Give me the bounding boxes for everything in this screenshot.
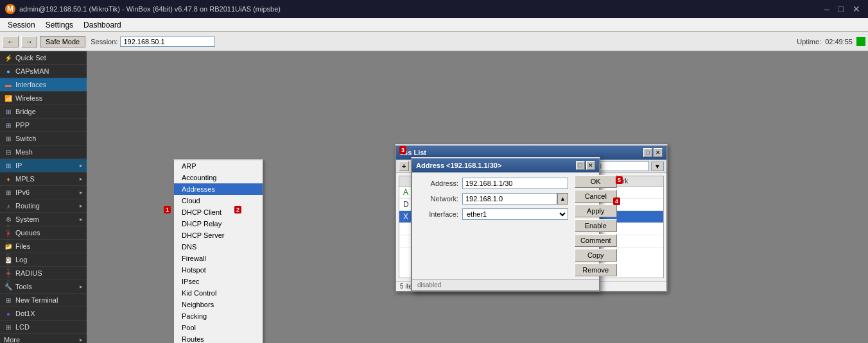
submenu-dhcp-client[interactable]: DHCP Client	[174, 206, 263, 218]
sidebar-item-ipv6[interactable]: ⊞ IPv6 ▸	[0, 186, 87, 199]
queues-icon: ●	[4, 228, 13, 237]
dialog-close-button[interactable]: ✕	[586, 161, 595, 170]
network-input[interactable]	[462, 193, 557, 205]
log-icon: 📋	[4, 255, 13, 264]
sidebar-item-system[interactable]: ⚙ System ▸	[0, 213, 87, 226]
address-input[interactable]	[462, 178, 568, 189]
sidebar-item-routing[interactable]: ♪ Routing ▸	[0, 199, 87, 213]
sidebar-item-new-terminal[interactable]: ⊞ New Terminal	[0, 294, 87, 307]
quick-set-icon: ⚡	[4, 53, 13, 62]
dialog-restore-button[interactable]: □	[576, 161, 585, 170]
dialog-controls: □ ✕	[576, 161, 595, 170]
submenu-routes[interactable]: Routes	[174, 333, 263, 343]
routing-icon: ♪	[4, 201, 13, 210]
comment-button[interactable]: Comment	[575, 234, 617, 247]
menu-dashboard[interactable]: Dashboard	[78, 19, 126, 31]
dialog-content: Address: Network: ▲ Interface:	[412, 172, 599, 279]
sidebar-item-wireless[interactable]: 📶 Wireless	[0, 92, 87, 105]
submenu-firewall[interactable]: Firewall	[174, 253, 263, 264]
switch-icon: ⊞	[4, 134, 13, 143]
sidebar-item-more[interactable]: More ▸	[0, 334, 87, 343]
submenu-cloud[interactable]: Cloud	[174, 195, 263, 206]
main-layout: ⚡ Quick Set ● CAPsMAN ▬ Interfaces 📶 Wir…	[0, 51, 868, 343]
submenu-kid-control[interactable]: Kid Control	[174, 287, 263, 299]
address-row: Address:	[417, 178, 568, 189]
sidebar-item-tools[interactable]: 🔧 Tools ▸	[0, 280, 87, 294]
cancel-button[interactable]: Cancel	[575, 190, 617, 203]
find-dropdown-button[interactable]: ▼	[651, 162, 664, 171]
title-bar: M admin@192.168.50.1 (MikroTik) - WinBox…	[0, 0, 868, 18]
back-button[interactable]: ←	[3, 36, 19, 47]
interface-select[interactable]: ether1	[462, 208, 568, 220]
submenu-hotspot[interactable]: Hotspot	[174, 264, 263, 276]
sidebar-item-lcd[interactable]: ⊞ LCD	[0, 321, 87, 334]
lcd-icon: ⊞	[4, 322, 13, 331]
sidebar-item-bridge[interactable]: ⊞ Bridge	[0, 105, 87, 119]
sidebar-item-switch[interactable]: ⊞ Switch	[0, 132, 87, 146]
interfaces-icon: ▬	[4, 80, 13, 89]
sidebar-item-ip[interactable]: ⊞ IP ▸	[0, 159, 87, 172]
ok-button[interactable]: OK	[575, 175, 617, 188]
tools-icon: 🔧	[4, 282, 13, 291]
sidebar-item-mesh[interactable]: ⊟ Mesh	[0, 146, 87, 159]
window-title: admin@192.168.50.1 (MikroTik) - WinBox (…	[19, 5, 281, 13]
session-input[interactable]	[120, 37, 215, 47]
submenu-packing[interactable]: Packing	[174, 310, 263, 322]
ipv6-icon: ⊞	[4, 188, 13, 197]
network-input-container: ▲	[462, 193, 568, 205]
addr-list-add-button[interactable]: +	[399, 161, 409, 171]
interface-label: Interface:	[417, 210, 462, 218]
safe-mode-button[interactable]: Safe Mode	[40, 36, 85, 47]
close-button[interactable]: ✕	[850, 4, 863, 14]
sidebar-item-interfaces[interactable]: ▬ Interfaces	[0, 78, 87, 92]
addr-list-restore-button[interactable]: □	[643, 148, 652, 157]
copy-button[interactable]: Copy	[575, 249, 617, 262]
enable-button[interactable]: Enable	[575, 219, 617, 232]
dot1x-icon: ●	[4, 309, 13, 318]
addr-list-close-button[interactable]: ✕	[654, 148, 663, 157]
submenu-arp[interactable]: ARP	[174, 160, 263, 172]
submenu-pool[interactable]: Pool	[174, 322, 263, 333]
remove-button[interactable]: Remove	[575, 264, 617, 276]
submenu-neighbors[interactable]: Neighbors	[174, 299, 263, 310]
menu-settings[interactable]: Settings	[40, 19, 78, 31]
menu-bar: Session Settings Dashboard	[0, 18, 868, 32]
minimize-button[interactable]: –	[822, 4, 832, 14]
sidebar-item-capsman[interactable]: ● CAPsMAN	[0, 65, 87, 78]
badge-5: 5	[616, 176, 623, 184]
forward-button[interactable]: →	[21, 36, 37, 47]
ip-arrow-icon: ▸	[80, 162, 83, 169]
network-up-button[interactable]: ▲	[557, 193, 568, 205]
dialog-titlebar: Address <192.168.1.1/30> □ ✕	[412, 158, 599, 172]
toolbar: ← → Safe Mode Session: Uptime: 02:49:55	[0, 32, 868, 51]
uptime-label: Uptime:	[797, 38, 821, 46]
sidebar-item-radius[interactable]: ✳ RADIUS	[0, 267, 87, 280]
sidebar-item-ppp[interactable]: ⊞ PPP	[0, 119, 87, 132]
system-icon: ⚙	[4, 215, 13, 224]
sidebar-item-quick-set[interactable]: ⚡ Quick Set	[0, 51, 87, 65]
sidebar-item-files[interactable]: 📁 Files	[0, 240, 87, 253]
mesh-icon: ⊟	[4, 147, 13, 156]
submenu-addresses[interactable]: Addresses	[174, 183, 263, 195]
sidebar-item-queues[interactable]: ● Queues	[0, 226, 87, 240]
address-list-controls: □ ✕	[643, 148, 663, 157]
maximize-button[interactable]: □	[836, 4, 846, 14]
content-area: ARP Accounting Addresses Cloud DHCP Clie…	[87, 51, 868, 343]
app-icon-letter: M	[7, 4, 13, 13]
sidebar-item-log[interactable]: 📋 Log	[0, 253, 87, 267]
submenu-ipsec[interactable]: IPsec	[174, 276, 263, 287]
submenu-dhcp-relay[interactable]: DHCP Relay	[174, 218, 263, 230]
sidebar-item-mpls[interactable]: ♦ MPLS ▸	[0, 172, 87, 186]
sidebar: ⚡ Quick Set ● CAPsMAN ▬ Interfaces 📶 Wir…	[0, 51, 87, 343]
submenu-accounting[interactable]: Accounting	[174, 172, 263, 183]
sidebar-item-dot1x[interactable]: ● Dot1X	[0, 307, 87, 321]
submenu-dhcp-server[interactable]: DHCP Server	[174, 230, 263, 241]
files-icon: 📁	[4, 242, 13, 251]
submenu-dns[interactable]: DNS	[174, 241, 263, 253]
apply-button[interactable]: Apply	[575, 205, 617, 217]
ipv6-arrow-icon: ▸	[80, 189, 83, 196]
menu-session[interactable]: Session	[3, 19, 40, 31]
wireless-icon: 📶	[4, 94, 13, 103]
network-row: Network: ▲	[417, 193, 568, 205]
ip-icon: ⊞	[4, 161, 13, 170]
